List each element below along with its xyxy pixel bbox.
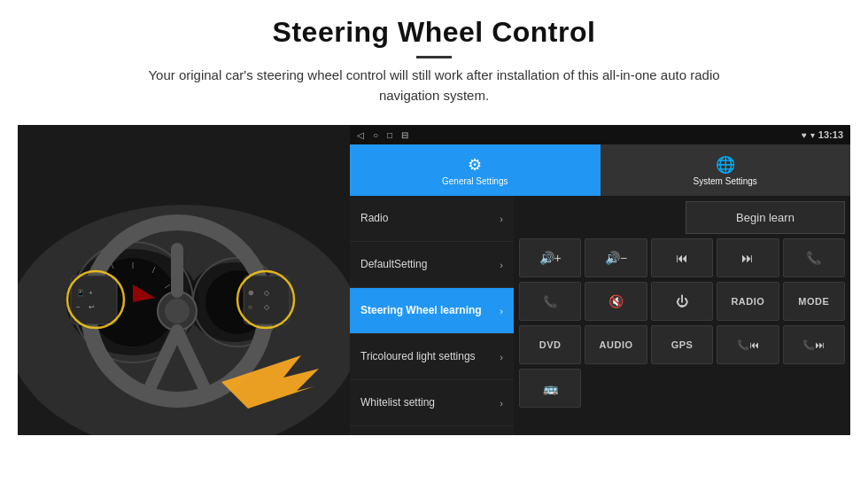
back-nav-icon[interactable]: ◁ — [357, 130, 364, 140]
mute-button[interactable]: 🔇 — [585, 282, 647, 321]
settings-item-default[interactable]: DefaultSetting › — [350, 242, 514, 288]
steering-wheel-svg: 📱 + − ↩ ⊕ ◇ ○ ◇ — [18, 125, 350, 435]
bus-icon: 🚌 — [543, 381, 558, 395]
svg-rect-26 — [244, 276, 290, 324]
settings-area: Radio › DefaultSetting › Steering Wheel … — [350, 196, 850, 435]
settings-item-tricoloured[interactable]: Tricoloured light settings › — [350, 334, 514, 380]
controls-row-4: 🚌 — [519, 369, 845, 408]
settings-item-default-label: DefaultSetting — [360, 258, 427, 272]
settings-item-radio[interactable]: Radio › — [350, 196, 514, 242]
tab-bar: ⚙ General Settings 🌐 System Settings — [350, 144, 850, 196]
vol-up-button[interactable]: 🔊+ — [519, 238, 581, 277]
hangup-icon: 📞 — [543, 295, 557, 308]
vol-down-icon: 🔊− — [605, 251, 627, 265]
chevron-whitelist-icon: › — [500, 398, 503, 409]
vol-down-button[interactable]: 🔊− — [585, 238, 647, 277]
tab-general-settings[interactable]: ⚙ General Settings — [350, 144, 601, 196]
steering-wheel-panel: 📱 + − ↩ ⊕ ◇ ○ ◇ — [18, 125, 350, 435]
svg-text:📱: 📱 — [76, 288, 85, 297]
tab-system-label: System Settings — [694, 176, 757, 186]
hangup-button[interactable]: 📞 — [519, 282, 581, 321]
power-icon: ⏻ — [676, 294, 688, 308]
dvd-button[interactable]: DVD — [519, 325, 581, 364]
controls-row-2: 📞 🔇 ⏻ RADIO MODE — [519, 282, 845, 321]
settings-item-steering-label: Steering Wheel learning — [360, 304, 482, 318]
page-title: Steering Wheel Control — [35, 16, 833, 49]
main-content: 📱 + − ↩ ⊕ ◇ ○ ◇ ◁ ○ □ — [18, 125, 850, 435]
phone-prev-icon: 📞⏮ — [737, 339, 759, 351]
tab-general-label: General Settings — [442, 176, 508, 186]
tab-system-settings[interactable]: 🌐 System Settings — [601, 144, 851, 196]
mode-label: MODE — [798, 296, 829, 307]
svg-text:−: − — [76, 303, 81, 311]
status-icons: ♥ ▾ 13:13 — [802, 129, 843, 140]
status-time: 13:13 — [818, 129, 843, 140]
gps-button[interactable]: GPS — [651, 325, 713, 364]
next-track-icon: ⏭ — [741, 251, 754, 265]
settings-item-whitelist[interactable]: Whitelist setting › — [350, 380, 514, 426]
mode-button[interactable]: MODE — [783, 282, 845, 321]
chevron-default-icon: › — [500, 260, 503, 270]
prev-track-icon: ⏮ — [676, 251, 688, 265]
prev-track-button[interactable]: ⏮ — [651, 238, 713, 277]
chevron-radio-icon: › — [500, 214, 503, 224]
svg-text:+: + — [89, 289, 93, 297]
chevron-steering-icon: › — [500, 306, 503, 316]
audio-button[interactable]: AUDIO — [585, 325, 647, 364]
begin-learn-row: Begin learn — [519, 201, 845, 234]
settings-item-tricoloured-label: Tricoloured light settings — [360, 350, 476, 364]
controls-row-3: DVD AUDIO GPS 📞⏮ 📞⏭ — [519, 325, 845, 364]
phone-icon: 📞 — [806, 251, 821, 265]
android-panel: ◁ ○ □ ⊟ ♥ ▾ 13:13 ⚙ General Settings 🌐 S… — [350, 125, 850, 435]
controls-row-1: 🔊+ 🔊− ⏮ ⏭ 📞 — [519, 238, 845, 277]
page-header: Steering Wheel Control Your original car… — [0, 0, 868, 114]
svg-text:◇: ◇ — [264, 289, 270, 297]
title-divider — [416, 56, 452, 58]
svg-text:◇: ◇ — [264, 303, 270, 311]
radio-label: RADIO — [731, 296, 764, 307]
gps-label: GPS — [671, 339, 694, 350]
audio-label: AUDIO — [600, 339, 633, 350]
home-nav-icon[interactable]: ○ — [373, 130, 378, 140]
settings-item-radio-label: Radio — [360, 212, 388, 226]
settings-item-whitelist-label: Whitelist setting — [360, 396, 435, 410]
system-settings-icon: 🌐 — [716, 155, 735, 175]
svg-point-17 — [165, 299, 190, 323]
nav-icons: ◁ ○ □ ⊟ — [357, 130, 408, 140]
svg-rect-21 — [71, 276, 117, 324]
status-bar: ◁ ○ □ ⊟ ♥ ▾ 13:13 — [350, 125, 850, 144]
power-button[interactable]: ⏻ — [651, 282, 713, 321]
dvd-label: DVD — [539, 339, 562, 350]
recents-nav-icon[interactable]: □ — [387, 130, 392, 140]
bus-button[interactable]: 🚌 — [519, 369, 581, 408]
location-icon: ♥ — [802, 130, 807, 140]
phone-next-icon: 📞⏭ — [802, 339, 825, 351]
phone-next-button[interactable]: 📞⏭ — [783, 325, 845, 364]
chevron-tricoloured-icon: › — [500, 352, 503, 362]
begin-learn-button[interactable]: Begin learn — [686, 201, 845, 234]
settings-list: Radio › DefaultSetting › Steering Wheel … — [350, 196, 514, 435]
page-subtitle: Your original car's steering wheel contr… — [124, 66, 744, 105]
vol-up-icon: 🔊+ — [539, 251, 562, 265]
svg-text:⊕: ⊕ — [248, 289, 254, 297]
general-settings-icon: ⚙ — [468, 155, 482, 175]
radio-button[interactable]: RADIO — [717, 282, 779, 321]
next-track-button[interactable]: ⏭ — [717, 238, 779, 277]
settings-item-steering[interactable]: Steering Wheel learning › — [350, 288, 514, 334]
menu-nav-icon[interactable]: ⊟ — [401, 130, 408, 140]
phone-button[interactable]: 📞 — [783, 238, 845, 277]
svg-text:↩: ↩ — [89, 303, 95, 311]
phone-prev-button[interactable]: 📞⏮ — [717, 325, 779, 364]
controls-panel: Begin learn 🔊+ 🔊− ⏮ ⏭ — [514, 196, 850, 435]
wifi-icon: ▾ — [810, 130, 815, 140]
svg-text:○: ○ — [248, 303, 252, 311]
mute-icon: 🔇 — [608, 294, 624, 308]
